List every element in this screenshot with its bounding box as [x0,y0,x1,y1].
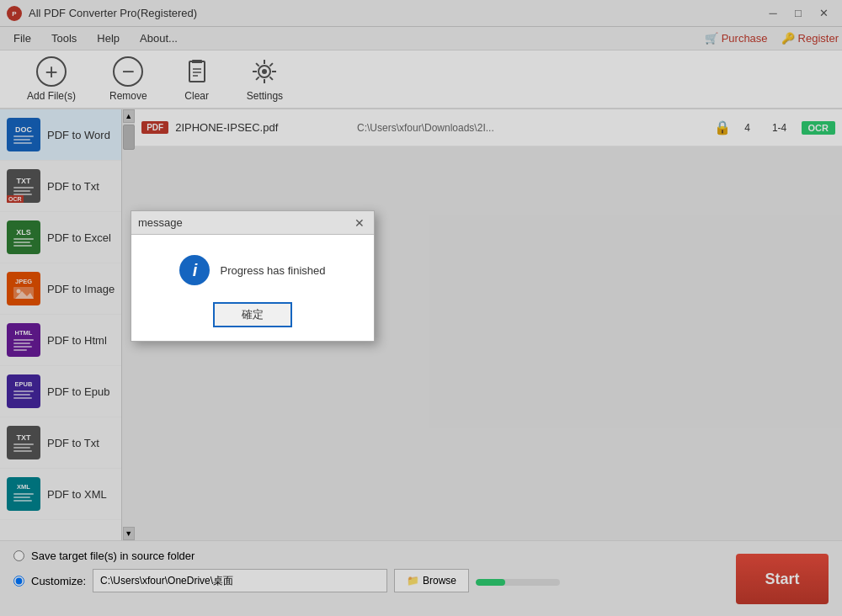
modal-ok-button[interactable]: 確定 [213,302,292,327]
app-window: P All PDF Converter Pro(Registered) ─ □ … [0,0,842,616]
modal-title-bar: message ✕ [131,211,374,235]
modal-close-button[interactable]: ✕ [352,215,367,231]
modal-body: i Progress has finished 確定 [131,235,374,341]
modal-overlay: message ✕ i Progress has finished 確定 [0,0,842,616]
modal-message-row: i Progress has finished [179,255,325,285]
modal-message-text: Progress has finished [220,264,325,277]
modal-title: message [138,216,183,229]
info-icon: i [179,255,210,285]
message-dialog: message ✕ i Progress has finished 確定 [131,210,375,342]
